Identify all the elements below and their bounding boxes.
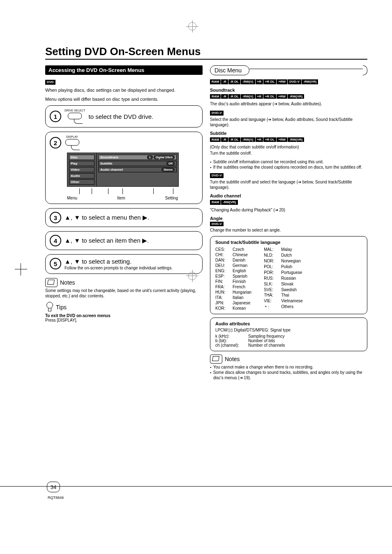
attr-row: ch (channel):Number of channels: [215, 343, 362, 348]
osd-leader-lines: [67, 188, 178, 195]
page: Setting DVD On-Screen Menus Accessing th…: [0, 0, 392, 554]
step-3: 3 ▲, ▼ to select a menu then ▶.: [45, 208, 203, 227]
lang-code: FRA:: [215, 285, 233, 289]
right-column: Disc Menu RAM-R-R DL-RW(V)+R+R DL+RWDVD-…: [210, 65, 367, 383]
osd-tab: Other: [69, 179, 95, 185]
lang-code: POR:: [264, 270, 281, 275]
lang-code: SLK:: [264, 282, 281, 287]
format-tag: -RW(V): [241, 137, 255, 142]
osd-item: Soundtrack 1 Digital 2/0ch: [98, 155, 177, 160]
lang-code: RUS:: [264, 276, 281, 281]
step-4-text: ▲, ▼ to select an item then ▶.: [65, 237, 149, 244]
bullet-item: If the subtitles overlap the closed capt…: [210, 165, 367, 170]
format-tag: +RW: [277, 94, 287, 99]
lang-name: Malay: [281, 247, 303, 252]
step-number-icon: 1: [50, 111, 61, 122]
lang-code: NOR:: [264, 259, 281, 264]
lang-name: Spanish: [233, 274, 251, 278]
step-number-icon: 5: [50, 258, 61, 269]
lang-code: ＊:: [264, 304, 281, 311]
format-tag: +R DL: [263, 94, 276, 99]
lang-code: JPN:: [215, 301, 233, 305]
lang-code: CHI:: [215, 253, 233, 257]
format-tag: RAM: [210, 137, 221, 142]
lang-name: Portuguese: [281, 270, 303, 275]
step-number-icon: 3: [50, 212, 61, 223]
subtitle-title: Subtitle: [210, 131, 367, 136]
soundtrack-line2: Select the audio and language (➔ below, …: [210, 117, 367, 127]
format-tag: -RW(VR): [288, 94, 304, 99]
tips-bold: To exit the DVD on-screen menus: [45, 313, 203, 318]
lang-code: KOR:: [215, 306, 233, 311]
language-box: Sound track/Subtitle language CES:CzechC…: [210, 236, 367, 314]
soundtrack-line1: The disc's audio attributes appear (➔ be…: [210, 101, 367, 107]
soundtrack-tags: RAM-R-R DL-RW(V)+R+R DL+RW-RW(VR): [210, 93, 367, 100]
step-5-text: ▲, ▼ to select a setting.: [65, 258, 131, 265]
top-tags: RAM-R-R DL-RW(V)+R+R DL+RWDVD-V-RW(VR): [210, 78, 367, 85]
lang-name: Russian: [281, 276, 303, 281]
dvdv-tag: DVD-V: [210, 111, 224, 116]
attr-row: k (kHz):Sampling frequency: [215, 334, 362, 338]
angle-body: Change the number to select an angle.: [210, 227, 367, 233]
lang-name: Czech: [233, 247, 251, 252]
audio-attributes-box: Audio attributes LPCM/▯▯ Digital/DTS/MPE…: [210, 318, 367, 351]
lang-name: Hungarian: [233, 290, 251, 294]
bullet-item: You cannot make a change when there is n…: [210, 364, 367, 370]
lang-code: DAN:: [215, 258, 233, 262]
audio-channel-title: Audio channel: [210, 193, 367, 198]
step-number-icon: 4: [50, 235, 61, 246]
format-tag: -R: [221, 94, 228, 99]
page-title: Setting DVD On-Screen Menus: [45, 45, 367, 60]
display-button-icon: DISPLAY: [65, 135, 80, 150]
lang-name: Dutch: [281, 253, 303, 258]
osd-screenshot: Disc Play Video Audio Other Soundtrack 1…: [67, 153, 179, 187]
lang-name: Norwegian: [281, 259, 303, 264]
step-2: 2 DISPLAY Disc Play Video Audio: [45, 132, 203, 204]
drive-select-button-icon: DRIVE SELECT: [65, 109, 85, 124]
notes-icon: [210, 355, 222, 364]
notes2-bullets: You cannot make a change when there is n…: [210, 364, 367, 380]
lang-col-left: CES:CzechCHI:ChineseDAN:DanishDEU:German…: [215, 247, 251, 311]
subtitle-bullets: Subtitle on/off information cannot be re…: [210, 159, 367, 170]
format-tag: +R: [256, 137, 263, 142]
osd-tab: Video: [69, 167, 95, 172]
format-tag: -R: [221, 137, 228, 142]
step-1-text: to select the DVD drive.: [89, 113, 154, 120]
attr-row: b (bit):Number of bits: [215, 338, 362, 343]
lang-code: ENG:: [215, 269, 233, 273]
attr-line: LPCM/▯▯ Digital/DTS/MPEG: Signal type: [215, 328, 362, 332]
lang-name: German: [233, 263, 251, 268]
lang-code: FIN:: [215, 279, 233, 284]
format-tag: +R: [256, 94, 263, 99]
step-number-icon: 2: [50, 137, 61, 148]
lang-code: CES:: [215, 247, 233, 252]
notes-heading: Notes: [45, 278, 203, 287]
lang-name: Vietnamese: [281, 299, 303, 304]
format-tag: -R DL: [228, 79, 240, 84]
lang-name: Chinese: [233, 253, 251, 257]
format-tag: RAM: [210, 94, 221, 99]
format-tag: -RW(VR): [288, 137, 304, 142]
osd-item: Audio channel Stereo: [98, 167, 177, 172]
step-5: 5 ▲, ▼ to select a setting. Follow the o…: [45, 254, 203, 274]
format-tag: -R: [221, 79, 228, 84]
lang-code: THA:: [264, 293, 281, 298]
format-tag: +R DL: [263, 79, 276, 84]
page-number: 34: [47, 482, 60, 492]
left-column: Accessing the DVD On-Screen Menus DVD Wh…: [45, 65, 203, 383]
lang-name: Thai: [281, 293, 303, 298]
lang-code: VIE:: [264, 299, 281, 304]
format-tag: +R: [256, 79, 263, 84]
intro-2: Menu options will differ based on disc t…: [45, 96, 203, 102]
lang-box-title: Sound track/Subtitle language: [215, 240, 362, 245]
lang-name: Japanese: [233, 301, 251, 305]
crop-mark-bottom: [188, 22, 196, 529]
lang-name: Italian: [233, 295, 251, 300]
lang-code: NLD:: [264, 253, 281, 258]
osd-tab: Play: [69, 161, 95, 166]
format-tag: RAM: [210, 200, 221, 205]
soundtrack-title: Soundtrack: [210, 88, 367, 93]
audio-channel-body: "Changing Audio during Playback" (➔ 20): [210, 207, 367, 213]
format-tag: -RW(V): [241, 79, 255, 84]
notes-body: Some settings may not be changeable, bas…: [45, 288, 203, 299]
